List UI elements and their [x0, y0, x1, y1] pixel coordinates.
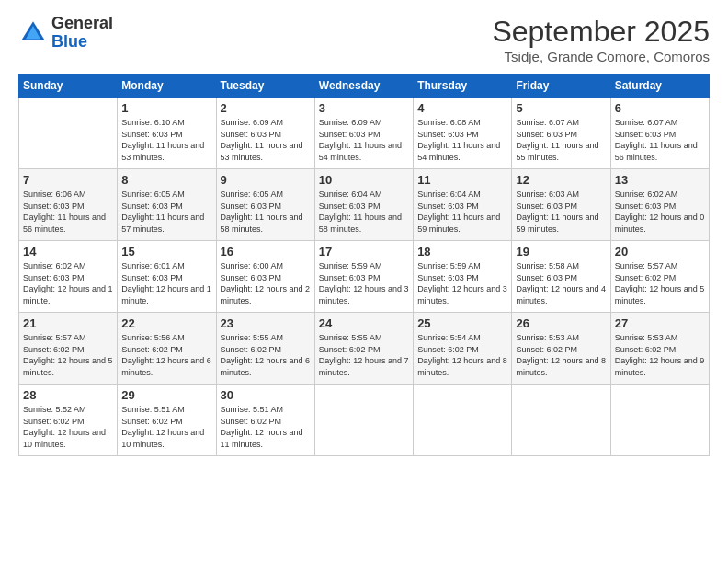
day-info: Sunrise: 6:05 AM Sunset: 6:03 PM Dayligh…	[221, 189, 311, 235]
day-info: Sunrise: 6:04 AM Sunset: 6:03 PM Dayligh…	[319, 189, 409, 235]
day-number: 16	[221, 245, 311, 259]
day-cell	[414, 385, 512, 456]
page: General Blue September 2025 Tsidje, Gran…	[0, 0, 728, 563]
week-row-1: 1Sunrise: 6:10 AM Sunset: 6:03 PM Daylig…	[19, 98, 710, 169]
day-info: Sunrise: 6:07 AM Sunset: 6:03 PM Dayligh…	[615, 117, 705, 163]
day-number: 15	[121, 245, 211, 259]
day-info: Sunrise: 5:59 AM Sunset: 6:03 PM Dayligh…	[417, 260, 507, 306]
day-number: 25	[417, 316, 507, 330]
day-number: 5	[516, 101, 606, 115]
day-number: 22	[121, 316, 211, 330]
day-cell: 11Sunrise: 6:04 AM Sunset: 6:03 PM Dayli…	[414, 169, 512, 241]
day-number: 26	[516, 316, 606, 330]
day-cell: 5Sunrise: 6:07 AM Sunset: 6:03 PM Daylig…	[512, 98, 610, 169]
day-number: 21	[23, 316, 113, 330]
day-number: 30	[221, 388, 311, 402]
day-cell: 9Sunrise: 6:05 AM Sunset: 6:03 PM Daylig…	[216, 169, 314, 241]
col-header-monday: Monday	[118, 75, 216, 98]
day-info: Sunrise: 5:59 AM Sunset: 6:03 PM Dayligh…	[319, 260, 409, 306]
day-number: 4	[417, 101, 507, 115]
day-cell: 25Sunrise: 5:54 AM Sunset: 6:02 PM Dayli…	[414, 313, 512, 385]
day-info: Sunrise: 5:55 AM Sunset: 6:02 PM Dayligh…	[221, 332, 311, 378]
day-number: 8	[121, 173, 211, 187]
day-cell: 10Sunrise: 6:04 AM Sunset: 6:03 PM Dayli…	[314, 169, 413, 241]
day-cell: 1Sunrise: 6:10 AM Sunset: 6:03 PM Daylig…	[118, 98, 216, 169]
day-cell: 21Sunrise: 5:57 AM Sunset: 6:02 PM Dayli…	[19, 313, 118, 385]
day-number: 19	[516, 245, 606, 259]
title-block: September 2025 Tsidje, Grande Comore, Co…	[492, 15, 710, 64]
day-info: Sunrise: 6:04 AM Sunset: 6:03 PM Dayligh…	[417, 189, 507, 235]
day-cell: 16Sunrise: 6:00 AM Sunset: 6:03 PM Dayli…	[216, 241, 314, 313]
day-info: Sunrise: 6:05 AM Sunset: 6:03 PM Dayligh…	[121, 189, 211, 235]
day-info: Sunrise: 6:09 AM Sunset: 6:03 PM Dayligh…	[319, 117, 409, 163]
day-cell: 28Sunrise: 5:52 AM Sunset: 6:02 PM Dayli…	[19, 385, 118, 456]
day-info: Sunrise: 5:58 AM Sunset: 6:03 PM Dayligh…	[516, 260, 606, 306]
day-cell: 27Sunrise: 5:53 AM Sunset: 6:02 PM Dayli…	[610, 313, 709, 385]
col-header-friday: Friday	[512, 75, 610, 98]
day-number: 1	[121, 101, 211, 115]
day-info: Sunrise: 6:00 AM Sunset: 6:03 PM Dayligh…	[221, 260, 311, 306]
day-cell: 3Sunrise: 6:09 AM Sunset: 6:03 PM Daylig…	[314, 98, 413, 169]
header: General Blue September 2025 Tsidje, Gran…	[18, 15, 710, 64]
day-cell	[314, 385, 413, 456]
day-cell: 22Sunrise: 5:56 AM Sunset: 6:02 PM Dayli…	[118, 313, 216, 385]
day-info: Sunrise: 5:52 AM Sunset: 6:02 PM Dayligh…	[23, 404, 113, 450]
day-cell: 23Sunrise: 5:55 AM Sunset: 6:02 PM Dayli…	[216, 313, 314, 385]
calendar-table: SundayMondayTuesdayWednesdayThursdayFrid…	[18, 74, 710, 456]
day-info: Sunrise: 6:10 AM Sunset: 6:03 PM Dayligh…	[121, 117, 211, 163]
week-row-4: 21Sunrise: 5:57 AM Sunset: 6:02 PM Dayli…	[19, 313, 710, 385]
day-cell: 29Sunrise: 5:51 AM Sunset: 6:02 PM Dayli…	[118, 385, 216, 456]
day-cell: 30Sunrise: 5:51 AM Sunset: 6:02 PM Dayli…	[216, 385, 314, 456]
day-cell: 24Sunrise: 5:55 AM Sunset: 6:02 PM Dayli…	[314, 313, 413, 385]
day-cell: 12Sunrise: 6:03 AM Sunset: 6:03 PM Dayli…	[512, 169, 610, 241]
day-number: 20	[615, 245, 705, 259]
day-cell: 8Sunrise: 6:05 AM Sunset: 6:03 PM Daylig…	[118, 169, 216, 241]
day-info: Sunrise: 5:53 AM Sunset: 6:02 PM Dayligh…	[615, 332, 705, 378]
logo-general: General	[51, 15, 113, 33]
day-info: Sunrise: 5:57 AM Sunset: 6:02 PM Dayligh…	[615, 260, 705, 306]
day-number: 11	[417, 173, 507, 187]
day-number: 10	[319, 173, 409, 187]
day-info: Sunrise: 6:09 AM Sunset: 6:03 PM Dayligh…	[221, 117, 311, 163]
day-info: Sunrise: 6:03 AM Sunset: 6:03 PM Dayligh…	[516, 189, 606, 235]
day-number: 9	[221, 173, 311, 187]
month-title: September 2025	[492, 15, 710, 49]
logo-icon	[18, 18, 48, 48]
day-info: Sunrise: 6:02 AM Sunset: 6:03 PM Dayligh…	[23, 260, 113, 306]
week-row-2: 7Sunrise: 6:06 AM Sunset: 6:03 PM Daylig…	[19, 169, 710, 241]
col-header-thursday: Thursday	[414, 75, 512, 98]
day-number: 2	[221, 101, 311, 115]
day-info: Sunrise: 6:02 AM Sunset: 6:03 PM Dayligh…	[615, 189, 705, 235]
day-cell	[610, 385, 709, 456]
day-cell	[19, 98, 118, 169]
day-number: 14	[23, 245, 113, 259]
logo-text: General Blue	[51, 15, 113, 52]
day-number: 23	[221, 316, 311, 330]
day-cell	[512, 385, 610, 456]
day-cell: 4Sunrise: 6:08 AM Sunset: 6:03 PM Daylig…	[414, 98, 512, 169]
week-row-3: 14Sunrise: 6:02 AM Sunset: 6:03 PM Dayli…	[19, 241, 710, 313]
day-number: 18	[417, 245, 507, 259]
day-cell: 14Sunrise: 6:02 AM Sunset: 6:03 PM Dayli…	[19, 241, 118, 313]
day-number: 27	[615, 316, 705, 330]
day-info: Sunrise: 6:01 AM Sunset: 6:03 PM Dayligh…	[121, 260, 211, 306]
day-info: Sunrise: 5:55 AM Sunset: 6:02 PM Dayligh…	[319, 332, 409, 378]
day-cell: 7Sunrise: 6:06 AM Sunset: 6:03 PM Daylig…	[19, 169, 118, 241]
logo-blue: Blue	[51, 33, 113, 52]
day-number: 17	[319, 245, 409, 259]
day-info: Sunrise: 6:08 AM Sunset: 6:03 PM Dayligh…	[417, 117, 507, 163]
day-info: Sunrise: 5:53 AM Sunset: 6:02 PM Dayligh…	[516, 332, 606, 378]
day-cell: 2Sunrise: 6:09 AM Sunset: 6:03 PM Daylig…	[216, 98, 314, 169]
col-header-sunday: Sunday	[19, 75, 118, 98]
day-info: Sunrise: 5:51 AM Sunset: 6:02 PM Dayligh…	[121, 404, 211, 450]
col-header-wednesday: Wednesday	[314, 75, 413, 98]
day-cell: 13Sunrise: 6:02 AM Sunset: 6:03 PM Dayli…	[610, 169, 709, 241]
day-cell: 19Sunrise: 5:58 AM Sunset: 6:03 PM Dayli…	[512, 241, 610, 313]
day-info: Sunrise: 5:56 AM Sunset: 6:02 PM Dayligh…	[121, 332, 211, 378]
day-info: Sunrise: 5:54 AM Sunset: 6:02 PM Dayligh…	[417, 332, 507, 378]
day-number: 12	[516, 173, 606, 187]
day-number: 28	[23, 388, 113, 402]
day-number: 7	[23, 173, 113, 187]
day-cell: 18Sunrise: 5:59 AM Sunset: 6:03 PM Dayli…	[414, 241, 512, 313]
col-header-tuesday: Tuesday	[216, 75, 314, 98]
